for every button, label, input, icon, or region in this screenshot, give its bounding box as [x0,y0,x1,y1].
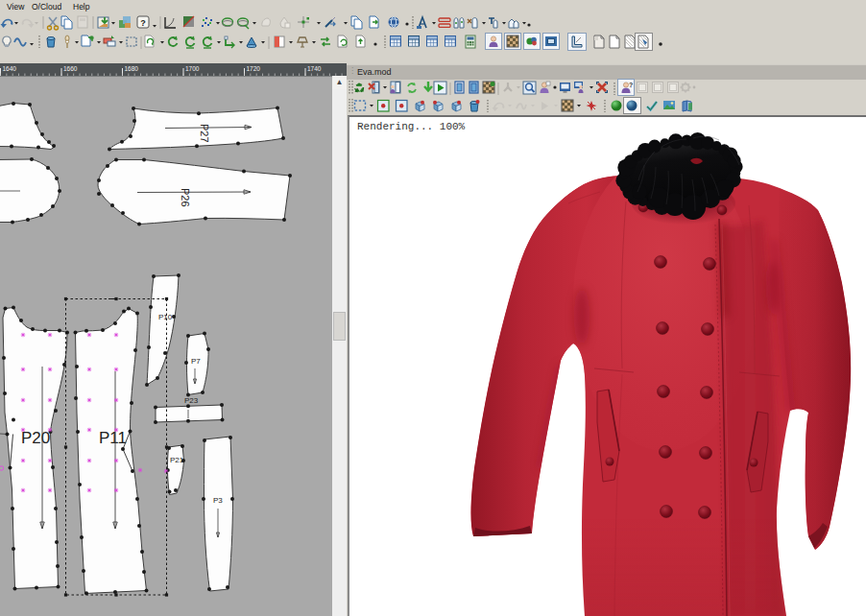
svg-text:1660: 1660 [63,65,78,72]
svg-text:1700: 1700 [185,65,200,72]
svg-text:?: ? [140,18,146,28]
svg-text:P7: P7 [191,357,201,366]
svg-text:1720: 1720 [247,65,261,72]
svg-text:P23: P23 [184,396,199,405]
svg-text:P11: P11 [99,429,127,447]
svg-text:1680: 1680 [125,65,139,72]
svg-text:1640: 1640 [3,65,17,72]
svg-text:P3: P3 [213,496,223,505]
svg-text:P27: P27 [199,124,210,143]
svg-text:P20: P20 [21,429,50,447]
svg-text:?: ? [629,82,633,88]
svg-text:P10: P10 [158,313,173,321]
svg-text:1740: 1740 [307,65,322,72]
svg-text:P26: P26 [180,188,191,207]
